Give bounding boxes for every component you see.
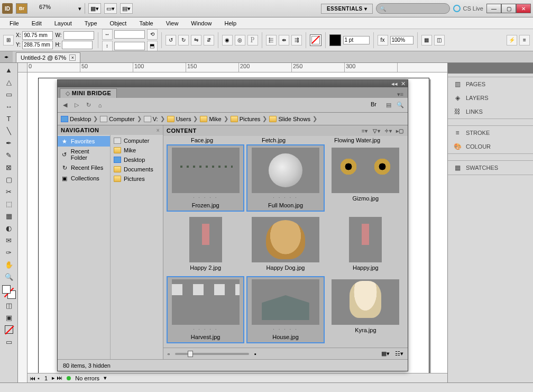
rating-dots[interactable]: · · · · ·: [273, 193, 298, 200]
breadcrumb-separator-icon[interactable]: ❯: [224, 115, 228, 122]
scale-y-input[interactable]: [114, 42, 145, 50]
select-container-icon[interactable]: ◉: [222, 35, 233, 45]
rotate-cw-icon[interactable]: ↻: [178, 35, 189, 45]
screen-mode-button[interactable]: ▭▾: [104, 3, 117, 14]
h-input[interactable]: [62, 41, 93, 49]
breadcrumb-item[interactable]: Mike: [200, 116, 221, 122]
panel-links[interactable]: ⛓LINKS: [448, 105, 533, 118]
panel-menu-icon[interactable]: ▾≡: [393, 91, 408, 98]
gradient-feather-tool[interactable]: ◐: [2, 222, 16, 234]
nav-item-collections[interactable]: ▣Collections: [58, 173, 110, 184]
panel-layers[interactable]: ◈LAYERS: [448, 91, 533, 105]
scale-x-icon[interactable]: ↔: [102, 29, 113, 40]
fill-stroke-control[interactable]: [2, 285, 16, 299]
breadcrumb-separator-icon[interactable]: ❯: [313, 115, 317, 122]
align-right-icon[interactable]: ⇶: [291, 35, 302, 45]
default-fill-stroke-icon[interactable]: ◫: [2, 299, 16, 311]
page-nav-prev-icon[interactable]: ⏮ ◂: [30, 375, 40, 381]
nav-home-icon[interactable]: ⌂: [96, 101, 104, 110]
menu-window[interactable]: Window: [185, 19, 218, 28]
effects-icon[interactable]: fx: [378, 35, 388, 45]
gradient-swatch-tool[interactable]: ▦: [2, 210, 16, 222]
zoom-tool[interactable]: 🔍: [2, 271, 16, 282]
rectangle-frame-tool[interactable]: ⊠: [2, 161, 16, 173]
document-tab[interactable]: Untitled-2 @ 67% ×: [16, 52, 80, 62]
go-to-bridge-button[interactable]: Br: [371, 101, 381, 110]
menu-view[interactable]: View: [160, 19, 185, 28]
rectangle-tool[interactable]: ▢: [2, 174, 16, 185]
breadcrumb-item[interactable]: Slide Shows: [269, 116, 310, 122]
fill-swatch[interactable]: [310, 34, 321, 46]
vertical-ruler[interactable]: [18, 72, 27, 382]
status-menu-icon[interactable]: ▾: [104, 375, 107, 381]
menu-table[interactable]: Table: [133, 19, 159, 28]
scale-y-icon[interactable]: ↕: [102, 41, 113, 51]
menu-edit[interactable]: Edit: [25, 19, 48, 28]
corner-options-icon[interactable]: ◫: [434, 35, 445, 45]
gap-tool[interactable]: ↔: [2, 101, 16, 112]
thumbnail[interactable]: · · · · ·Full Moon.jpg: [246, 144, 324, 212]
flip-h-icon[interactable]: ⇋: [191, 35, 201, 45]
ruler-origin[interactable]: [18, 63, 27, 72]
panel-close-icon[interactable]: ✕: [401, 80, 406, 87]
app-scrollbar[interactable]: [0, 382, 533, 392]
thumbnail[interactable]: Happy 2.jpg: [167, 214, 244, 274]
breadcrumb-separator-icon[interactable]: ❯: [137, 115, 142, 122]
breadcrumb-item[interactable]: V:: [144, 116, 158, 122]
menu-object[interactable]: Object: [104, 19, 133, 28]
align-left-icon[interactable]: ⬱: [266, 35, 277, 45]
menu-help[interactable]: Help: [218, 19, 243, 28]
menu-file[interactable]: File: [3, 19, 25, 28]
thumbnail-size-slider[interactable]: [175, 353, 249, 355]
close-tab-icon[interactable]: ×: [69, 54, 76, 61]
thumbnail[interactable]: Kyra.jpg: [327, 276, 405, 343]
thumbnail[interactable]: · · · · ·Frozen.jpg: [167, 144, 244, 212]
scale-x-input[interactable]: [114, 30, 145, 39]
nav-close-icon[interactable]: ×: [157, 127, 160, 133]
free-transform-tool[interactable]: ⬚: [2, 198, 16, 209]
breadcrumb-separator-icon[interactable]: ❯: [193, 115, 198, 122]
breadcrumb-item[interactable]: Users: [167, 116, 191, 122]
thumb-larger-icon[interactable]: ▪: [254, 351, 256, 357]
filter-icon[interactable]: ▽▾: [372, 127, 381, 134]
nav-recent-icon[interactable]: ↻: [84, 101, 93, 110]
selection-tool[interactable]: ▲: [2, 64, 16, 76]
mini-bridge-titlebar[interactable]: ◂◂ ✕: [58, 80, 408, 87]
zoom-dropdown-icon[interactable]: ▾: [78, 5, 81, 12]
w-input[interactable]: [63, 31, 94, 40]
x-input[interactable]: [22, 31, 53, 40]
pencil-tool[interactable]: ✎: [2, 149, 16, 161]
line-tool[interactable]: ╲: [2, 125, 16, 136]
thumbnail[interactable]: · · · · ·Harvest.jpg: [167, 276, 244, 343]
align-center-icon[interactable]: ⇼: [279, 35, 289, 45]
rating-dots[interactable]: · · · · ·: [273, 325, 298, 332]
view-mode-icon[interactable]: ▭: [2, 336, 16, 348]
breadcrumb-item[interactable]: Desktop: [61, 116, 91, 122]
page-tool[interactable]: ▭: [2, 88, 16, 100]
apply-none-icon[interactable]: [2, 324, 16, 335]
nav-back-icon[interactable]: ◀: [61, 101, 69, 110]
rating-dots[interactable]: · · · · ·: [193, 325, 218, 332]
arrange-docs-button[interactable]: ▤▾: [120, 3, 133, 14]
breadcrumb-item[interactable]: Computer: [100, 116, 134, 122]
workspace-switcher[interactable]: ESSENTIALS ▾: [321, 4, 373, 14]
page-number[interactable]: 1: [44, 375, 48, 381]
breadcrumb-separator-icon[interactable]: ❯: [93, 115, 98, 122]
breadcrumb-separator-icon[interactable]: ❯: [160, 115, 165, 122]
scissors-tool[interactable]: ✂: [2, 186, 16, 197]
search-icon[interactable]: 🔍: [396, 101, 405, 110]
breadcrumb-separator-icon[interactable]: ❯: [262, 115, 267, 122]
thumbnail[interactable]: Gizmo.jpg: [327, 144, 405, 212]
tools-icon[interactable]: ✧▾: [383, 127, 393, 134]
stroke-swatch[interactable]: [329, 34, 341, 46]
cs-live-button[interactable]: CS Live: [453, 5, 483, 12]
sort-icon[interactable]: ≡▾: [360, 127, 370, 134]
nav-item-favorites[interactable]: ★Favorites: [58, 136, 110, 147]
nav-item-pictures[interactable]: Pictures: [111, 174, 163, 184]
nav-item-recent-folder[interactable]: ↺Recent Folder: [58, 147, 110, 162]
view-as-thumbnails-icon[interactable]: ▦▾: [381, 350, 390, 357]
bridge-button[interactable]: Br: [16, 3, 27, 14]
menu-layout[interactable]: Layout: [48, 19, 78, 28]
shear-icon[interactable]: ⬒: [147, 41, 158, 51]
page-nav-next-icon[interactable]: ▸ ⏭: [52, 375, 62, 381]
